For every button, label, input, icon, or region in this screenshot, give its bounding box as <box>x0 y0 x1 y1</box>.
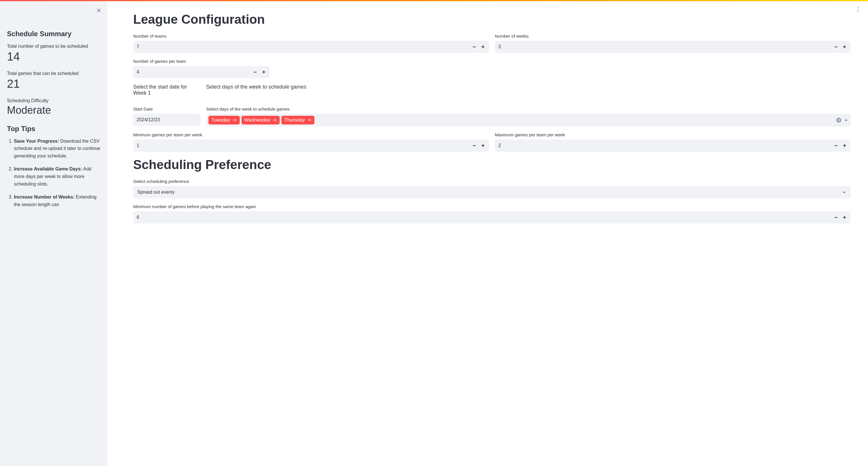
close-icon: ✕ <box>96 7 101 14</box>
metric-value: Moderate <box>7 104 100 116</box>
metric-label: Scheduling Difficulty <box>7 98 100 103</box>
number-input-weeks[interactable]: 3 − + <box>495 41 850 53</box>
field-num-teams: Number of teams 7 − + <box>133 34 489 53</box>
plus-icon: + <box>843 143 846 149</box>
number-input-min-before-repeat[interactable]: 6 − + <box>133 211 850 223</box>
field-label: Maximum games per team per week <box>495 132 850 137</box>
plus-icon: + <box>843 214 846 221</box>
number-value: 2 <box>498 143 832 148</box>
metric-value: 21 <box>7 77 100 90</box>
metric-label: Total games that can be scheduled <box>7 71 100 76</box>
tag-wednesday[interactable]: Wednesday ✕ <box>242 116 280 124</box>
decrement-button[interactable]: − <box>470 42 478 51</box>
tip-bold: Save Your Progress: <box>14 138 59 144</box>
minus-icon: − <box>834 143 838 149</box>
field-label: Number of teams <box>133 34 489 38</box>
sublabel-start-date: Select the start date for Week 1 <box>133 84 200 101</box>
multiselect-controls: ✕ <box>836 118 848 123</box>
row-date-days: Start Date 2024/12/23 Select days of the… <box>133 106 850 126</box>
section-title-scheduling-pref: Scheduling Preference <box>133 157 850 172</box>
tag-remove-icon[interactable]: ✕ <box>233 118 237 123</box>
minus-icon: − <box>253 69 257 75</box>
field-label: Minimum games per team per week <box>133 132 489 137</box>
sidebar-close-button[interactable]: ✕ <box>96 7 101 14</box>
increment-button[interactable]: + <box>840 42 849 51</box>
sidebar: ✕ Schedule Summary Total number of games… <box>0 1 107 466</box>
minus-icon: − <box>834 214 838 221</box>
minus-icon: − <box>472 143 476 149</box>
decrement-button[interactable]: − <box>832 42 840 51</box>
number-input-games-per-team[interactable]: 4 − + <box>133 66 270 78</box>
app-container: ✕ Schedule Summary Total number of games… <box>0 1 868 466</box>
number-value: 1 <box>137 143 470 148</box>
section-title-league-config: League Configuration <box>133 12 850 27</box>
row-section-sublabels: Select the start date for Week 1 Select … <box>133 84 850 101</box>
field-label: Select scheduling preference <box>133 179 850 184</box>
increment-button[interactable]: + <box>259 68 268 76</box>
tag-remove-icon[interactable]: ✕ <box>308 118 312 123</box>
field-label: Number of weeks <box>495 34 850 38</box>
increment-button[interactable]: + <box>840 213 849 222</box>
metric-difficulty: Scheduling Difficulty Moderate <box>7 98 100 116</box>
kebab-icon: ⋮ <box>855 6 861 12</box>
metric-label: Total number of games to be scheduled <box>7 44 100 49</box>
field-min-games-week: Minimum games per team per week 1 − + <box>133 132 489 152</box>
field-num-weeks: Number of weeks 3 − + <box>495 34 850 53</box>
increment-button[interactable]: + <box>840 141 849 150</box>
tips-list: Save Your Progress: Download the CSV sch… <box>7 137 100 208</box>
clear-all-icon[interactable]: ✕ <box>836 118 841 123</box>
decrement-button[interactable]: − <box>251 68 259 76</box>
minus-icon: − <box>472 44 476 50</box>
field-days: Select days of the week to schedule game… <box>206 106 850 126</box>
select-scheduling-preference[interactable]: Spread out evenly <box>133 186 850 198</box>
metric-capacity: Total games that can be scheduled 21 <box>7 71 100 90</box>
tag-label: Wednesday <box>244 117 270 123</box>
plus-icon: + <box>481 44 485 50</box>
row-games-per-team: Number of games per team 4 − + <box>133 59 850 78</box>
field-label: Select days of the week to schedule game… <box>206 106 850 112</box>
decrement-button[interactable]: − <box>470 141 478 150</box>
tip-bold: Increase Number of Weeks: <box>14 194 75 199</box>
increment-button[interactable]: + <box>478 42 487 51</box>
number-value: 4 <box>137 69 251 75</box>
decrement-button[interactable]: − <box>832 141 840 150</box>
minus-icon: − <box>834 44 838 50</box>
metric-value: 14 <box>7 50 100 63</box>
field-label: Number of games per team <box>133 59 270 64</box>
plus-icon: + <box>843 44 846 50</box>
field-games-per-team: Number of games per team 4 − + <box>133 59 270 78</box>
row-min-before-repeat: Minimum number of games before playing t… <box>133 204 850 223</box>
number-input-min-games[interactable]: 1 − + <box>133 139 489 152</box>
number-value: 7 <box>137 44 470 50</box>
sublabel-days: Select days of the week to schedule game… <box>206 84 850 101</box>
main-content: ⋮ League Configuration Number of teams 7… <box>107 1 868 466</box>
row-teams-weeks: Number of teams 7 − + Number of weeks 3 … <box>133 34 850 53</box>
field-max-games-week: Maximum games per team per week 2 − + <box>495 132 850 152</box>
tip-bold: Increase Available Game Days: <box>14 166 82 172</box>
metric-total-games: Total number of games to be scheduled 14 <box>7 44 100 63</box>
chevron-down-icon <box>842 190 846 194</box>
number-input-teams[interactable]: 7 − + <box>133 41 489 53</box>
tag-thursday[interactable]: Thursday ✕ <box>281 116 314 124</box>
tag-tuesday[interactable]: Tuesday ✕ <box>209 116 240 124</box>
number-input-max-games[interactable]: 2 − + <box>495 139 850 152</box>
date-input[interactable]: 2024/12/23 <box>133 114 200 126</box>
chevron-down-icon[interactable] <box>844 118 848 122</box>
field-min-before-repeat: Minimum number of games before playing t… <box>133 204 850 223</box>
plus-icon: + <box>262 69 266 75</box>
tip-item: Save Your Progress: Download the CSV sch… <box>14 137 100 160</box>
tag-remove-icon[interactable]: ✕ <box>273 118 277 123</box>
number-value: 6 <box>137 215 832 220</box>
tip-item: Increase Number of Weeks: Extending the … <box>14 193 100 208</box>
tip-item: Increase Available Game Days: Add more d… <box>14 165 100 188</box>
main-menu-button[interactable]: ⋮ <box>855 6 861 12</box>
multiselect-days[interactable]: Tuesday ✕ Wednesday ✕ Thursday ✕ ✕ <box>206 114 850 126</box>
decrement-button[interactable]: − <box>832 213 840 222</box>
increment-button[interactable]: + <box>478 141 487 150</box>
section-sublabel: Select days of the week to schedule game… <box>206 84 850 90</box>
field-start-date: Start Date 2024/12/23 <box>133 106 200 126</box>
field-label: Minimum number of games before playing t… <box>133 204 850 209</box>
tag-label: Thursday <box>284 117 305 123</box>
row-min-max-games: Minimum games per team per week 1 − + Ma… <box>133 132 850 152</box>
tips-heading: Top Tips <box>7 125 100 133</box>
